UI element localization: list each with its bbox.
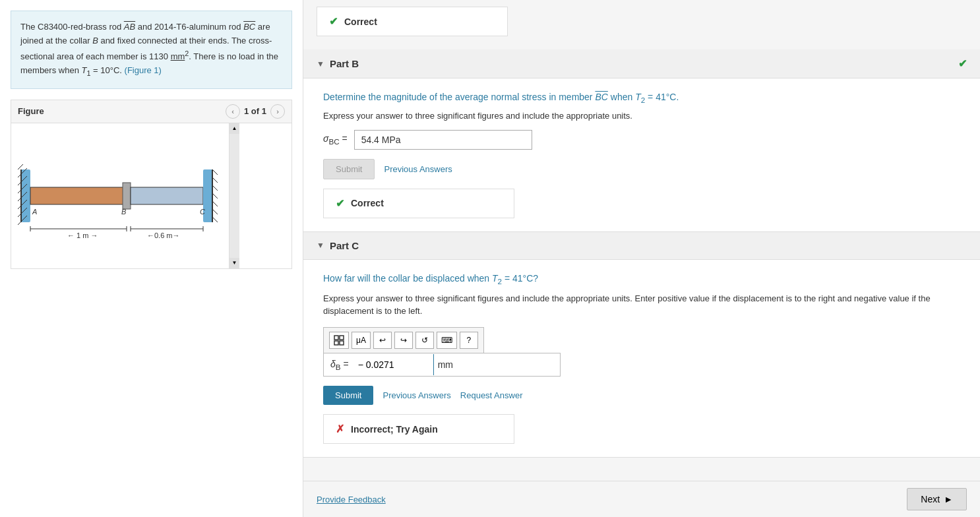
part-c-question: How far will the collar be displaced whe… (323, 273, 960, 286)
toolbar-help-btn[interactable]: ? (460, 332, 478, 349)
part-c-chevron-icon: ▼ (317, 241, 324, 250)
right-panel: ✔ Correct ▼ Part B ✔ Determine the magni… (303, 0, 980, 517)
part-b-express-note: Express your answer to three significant… (323, 111, 960, 121)
toolbar-undo-btn[interactable]: ↩ (373, 332, 392, 349)
svg-rect-34 (340, 336, 344, 340)
next-button[interactable]: Next ► (907, 488, 967, 510)
figure-page-count: 1 of 1 (244, 106, 266, 116)
part-b-content: Determine the magnitude of the average n… (303, 78, 980, 232)
svg-text:← 1 m →: ← 1 m → (67, 231, 98, 239)
part-b-result-check-icon: ✔ (336, 197, 344, 210)
part-a-correct-label: Correct (344, 16, 377, 27)
part-b-section: ▼ Part B ✔ Determine the magnitude of th… (303, 49, 980, 232)
svg-rect-12 (131, 187, 203, 204)
part-b-question: Determine the magnitude of the average n… (323, 92, 960, 104)
provide-feedback-link[interactable]: Provide Feedback (317, 495, 386, 504)
part-a-correct-box: ✔ Correct (317, 7, 508, 36)
part-b-correct-checkmark: ✔ (958, 57, 967, 70)
toolbar-keyboard-btn[interactable]: ⌨ (437, 332, 457, 349)
part-c-express-note: Express your answer to three significant… (323, 292, 960, 318)
part-c-result-label: Incorrect; Try Again (351, 424, 438, 435)
part-c-request-answer-link[interactable]: Request Answer (460, 390, 523, 400)
toolbar-reset-btn[interactable]: ↺ (415, 332, 434, 349)
svg-line-16 (212, 177, 218, 183)
svg-rect-35 (334, 341, 338, 345)
figure-link[interactable]: (Figure 1) (125, 65, 162, 75)
part-c-section: ▼ Part C How far will the collar be disp… (303, 232, 980, 458)
part-b-result-label: Correct (351, 198, 384, 208)
svg-line-17 (212, 185, 218, 191)
svg-line-15 (212, 169, 218, 175)
rod-diagram-svg: A B C ← 1 m → (18, 143, 222, 249)
part-c-delta-label: δB = (324, 353, 354, 377)
figure-image: A B C ← 1 m → (11, 123, 229, 268)
part-b-chevron-icon: ▼ (317, 59, 324, 69)
toolbar-redo-btn[interactable]: ↪ (394, 332, 413, 349)
part-c-result-box: ✗ Incorrect; Try Again (323, 414, 514, 444)
part-c-submit-btn[interactable]: Submit (323, 386, 373, 405)
next-arrow-icon: ► (944, 494, 953, 504)
toolbar-matrix-btn[interactable] (329, 332, 349, 349)
figure-label: Figure (18, 106, 44, 116)
part-c-unit-input[interactable] (433, 354, 493, 375)
part-c-submit-row: Submit Previous Answers Request Answer (323, 386, 960, 405)
figure-prev-btn[interactable]: ‹ (226, 104, 240, 119)
figure-section: Figure ‹ 1 of 1 › (11, 100, 292, 269)
svg-text:C: C (200, 208, 205, 216)
svg-line-18 (212, 193, 218, 198)
part-b-answer-row: σBC = (323, 130, 960, 150)
part-b-sigma-label: σBC = (323, 133, 350, 146)
svg-text:A: A (32, 208, 37, 216)
svg-rect-10 (30, 187, 126, 204)
scroll-up-btn[interactable]: ▲ (230, 123, 239, 134)
svg-text:←0.6 m→: ←0.6 m→ (147, 231, 180, 239)
part-c-header[interactable]: ▼ Part C (303, 232, 980, 260)
figure-header: Figure ‹ 1 of 1 › (11, 100, 291, 123)
part-c-result-x-icon: ✗ (336, 423, 344, 435)
part-b-label: Part B (330, 58, 359, 69)
figure-scrollbar[interactable]: ▲ ▼ (229, 123, 239, 268)
part-b-result-box: ✔ Correct (323, 189, 514, 218)
part-c-content: How far will the collar be displaced whe… (303, 260, 980, 458)
svg-rect-11 (123, 183, 131, 209)
part-b-submit-row: Submit Previous Answers (323, 159, 960, 179)
part-c-input-row: δB = (324, 353, 560, 377)
page-footer: Provide Feedback Next ► (303, 481, 980, 517)
scroll-down-btn[interactable]: ▼ (230, 258, 239, 268)
part-b-answer-input[interactable] (354, 130, 532, 150)
math-toolbar: μA ↩ ↪ ↺ ⌨ ? (323, 327, 484, 353)
part-b-previous-answers-link[interactable]: Previous Answers (384, 164, 452, 174)
part-c-value-input[interactable] (354, 354, 433, 375)
svg-line-19 (212, 201, 218, 206)
part-c-previous-answers-link[interactable]: Previous Answers (383, 390, 450, 400)
part-b-header[interactable]: ▼ Part B ✔ (303, 49, 980, 78)
problem-statement: The C83400-red-brass rod AB and 2014-T6-… (11, 11, 292, 89)
part-a-result-area: ✔ Correct (303, 0, 980, 36)
svg-rect-33 (334, 336, 338, 340)
part-c-input-container: μA ↩ ↪ ↺ ⌨ ? δB = (323, 327, 561, 377)
svg-rect-36 (340, 341, 344, 345)
toolbar-mu-btn[interactable]: μA (352, 332, 371, 349)
svg-text:B: B (121, 208, 126, 216)
part-c-label: Part C (330, 240, 359, 251)
next-label: Next (921, 494, 940, 504)
figure-navigation: ‹ 1 of 1 › (226, 104, 285, 119)
svg-line-20 (212, 209, 218, 214)
figure-next-btn[interactable]: › (270, 104, 285, 119)
svg-line-2 (18, 164, 23, 169)
part-b-submit-btn[interactable]: Submit (323, 159, 375, 179)
left-panel: The C83400-red-brass rod AB and 2014-T6-… (0, 0, 303, 517)
part-a-check-icon: ✔ (329, 15, 338, 28)
part-c-input-area: δB = (323, 353, 561, 377)
svg-line-21 (212, 217, 218, 222)
